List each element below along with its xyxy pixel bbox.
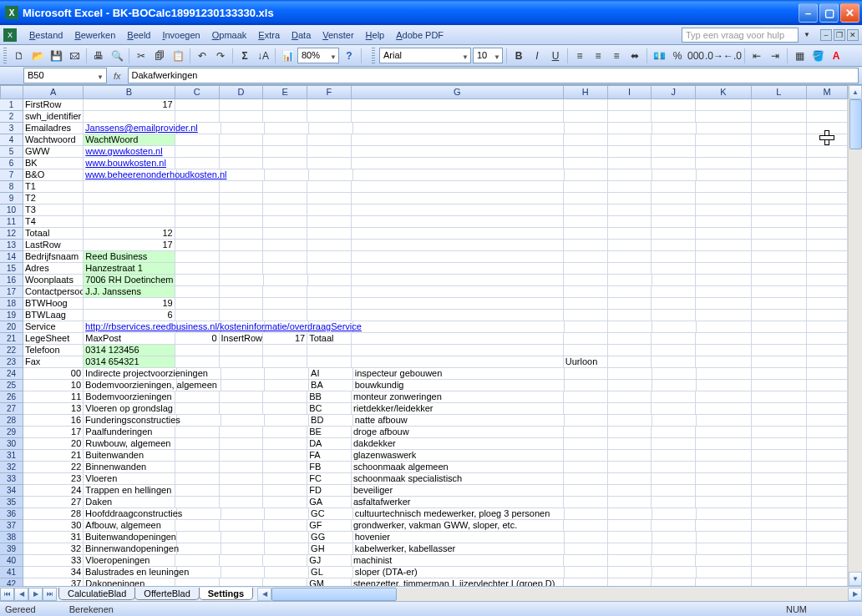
row-header[interactable]: 9	[0, 193, 23, 204]
cell-J25[interactable]	[652, 380, 697, 391]
cell-B19[interactable]: 6	[84, 310, 175, 321]
cell-C12[interactable]	[175, 228, 220, 240]
cell-I2[interactable]	[608, 111, 652, 123]
row-header[interactable]: 4	[0, 134, 23, 146]
cell-G39[interactable]: kabelwerker, kabellasser	[353, 543, 565, 555]
cell-D15[interactable]	[220, 263, 264, 275]
cell-I5[interactable]	[608, 146, 652, 158]
cell-C14[interactable]	[175, 251, 220, 263]
row-header[interactable]: 26	[0, 391, 23, 403]
row-header[interactable]: 8	[0, 181, 23, 193]
menu-help[interactable]: Help	[360, 28, 391, 43]
cell-C28[interactable]	[177, 415, 221, 427]
scroll-right-button[interactable]: ▶	[848, 588, 862, 601]
cell-E34[interactable]	[263, 485, 307, 497]
cell-H29[interactable]	[564, 427, 608, 438]
fill-color-icon[interactable]: 🪣	[809, 48, 826, 64]
sort-icon[interactable]: ↓A	[255, 48, 271, 64]
cell-E24[interactable]	[265, 368, 309, 380]
cell-D6[interactable]	[220, 158, 264, 169]
cell-M12[interactable]	[807, 228, 848, 240]
cell-H28[interactable]	[565, 415, 609, 427]
chart-icon[interactable]: 📊	[279, 48, 296, 64]
cell-K36[interactable]	[697, 508, 752, 520]
cell-B35[interactable]: Daken	[84, 497, 175, 508]
cell-A7[interactable]: B&O	[23, 169, 84, 181]
cell-H1[interactable]	[564, 99, 608, 111]
cell-E32[interactable]	[263, 462, 307, 473]
cell-A24[interactable]: 00	[23, 368, 84, 380]
cell-J7[interactable]	[652, 169, 697, 181]
cell-L19[interactable]	[752, 310, 807, 321]
cell-A11[interactable]: T4	[23, 216, 84, 228]
print-icon[interactable]: 🖶	[90, 48, 107, 64]
cell-H13[interactable]	[564, 240, 608, 251]
cell-E10[interactable]	[263, 204, 307, 216]
cell-H10[interactable]	[564, 204, 608, 216]
menu-opmaak[interactable]: Opmaak	[206, 28, 253, 43]
cell-A37[interactable]: 30	[23, 520, 84, 532]
cell-A20[interactable]: Service	[23, 321, 84, 333]
cell-K11[interactable]	[696, 216, 751, 228]
cell-I29[interactable]	[608, 427, 652, 438]
help-icon[interactable]: ?	[341, 48, 357, 64]
cell-B33[interactable]: Vloeren	[84, 473, 175, 485]
cell-A8[interactable]: T1	[23, 181, 84, 193]
cell-L15[interactable]	[752, 263, 807, 275]
row-header[interactable]: 2	[0, 111, 23, 123]
cell-D18[interactable]	[220, 298, 264, 310]
cell-G9[interactable]	[352, 193, 564, 204]
cell-E2[interactable]	[263, 111, 307, 123]
cell-G7[interactable]	[353, 169, 565, 181]
cell-C11[interactable]	[175, 216, 220, 228]
open-icon[interactable]: 📂	[29, 48, 46, 64]
cell-A38[interactable]: 31	[23, 532, 84, 543]
row-header[interactable]: 27	[0, 403, 23, 415]
cell-F13[interactable]	[307, 240, 352, 251]
name-box[interactable]: B50	[23, 68, 107, 83]
row-header[interactable]: 18	[0, 298, 23, 310]
cell-F33[interactable]: FC	[307, 473, 352, 485]
cell-M5[interactable]	[807, 146, 848, 158]
cell-G3[interactable]	[353, 123, 565, 134]
row-header[interactable]: 36	[0, 508, 23, 520]
cell-D12[interactable]	[220, 228, 264, 240]
currency-icon[interactable]: 💶	[651, 48, 667, 64]
cell-H25[interactable]	[565, 380, 609, 391]
cell-C34[interactable]	[175, 485, 220, 497]
cell-I3[interactable]	[608, 123, 652, 134]
cell-G6[interactable]	[352, 158, 564, 169]
col-header-B[interactable]: B	[84, 86, 175, 98]
cell-J9[interactable]	[652, 193, 696, 204]
cell-L8[interactable]	[752, 181, 807, 193]
font-color-icon[interactable]: A	[828, 48, 844, 64]
cell-E15[interactable]	[263, 263, 307, 275]
menu-bewerken[interactable]: Bewerken	[68, 28, 121, 43]
cell-E17[interactable]	[263, 286, 307, 298]
cell-G1[interactable]	[352, 99, 564, 111]
cell-J27[interactable]	[652, 403, 696, 415]
scroll-thumb[interactable]	[849, 99, 862, 149]
cell-H11[interactable]	[564, 216, 608, 228]
cell-D1[interactable]	[220, 99, 264, 111]
cell-D11[interactable]	[220, 216, 264, 228]
cell-G20[interactable]	[353, 321, 565, 333]
cell-M2[interactable]	[807, 111, 848, 123]
cell-D33[interactable]	[220, 473, 264, 485]
cell-G15[interactable]	[352, 263, 564, 275]
cell-F22[interactable]	[307, 345, 352, 356]
cell-L7[interactable]	[752, 169, 807, 181]
cell-F38[interactable]: GG	[309, 532, 353, 543]
cell-B6[interactable]: www.bouwkosten.nl	[84, 158, 175, 169]
cell-K30[interactable]	[696, 438, 751, 450]
cell-D31[interactable]	[220, 450, 264, 462]
cell-J10[interactable]	[652, 204, 696, 216]
row-header[interactable]: 22	[0, 345, 23, 356]
cell-G19[interactable]	[352, 310, 564, 321]
cell-F23[interactable]	[307, 356, 352, 368]
cell-M38[interactable]	[807, 532, 848, 543]
cell-L40[interactable]	[752, 555, 807, 567]
cell-L27[interactable]	[752, 403, 807, 415]
cell-J35[interactable]	[652, 497, 696, 508]
cell-F24[interactable]: AI	[309, 368, 353, 380]
